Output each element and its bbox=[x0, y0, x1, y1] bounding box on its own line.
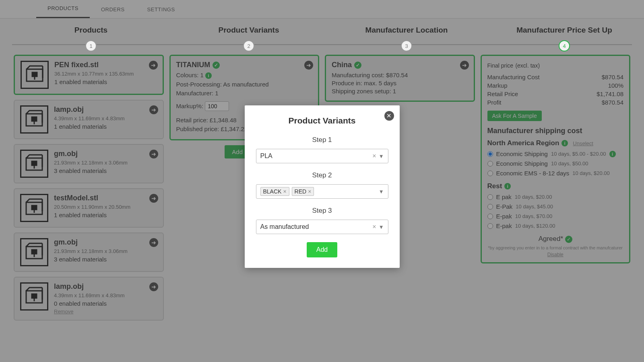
modal-step3-label: Step 3 bbox=[256, 207, 388, 215]
postprocess-select[interactable]: As manufactured ×▼ bbox=[256, 220, 388, 234]
modal-step2-label: Step 2 bbox=[256, 171, 388, 179]
close-icon[interactable]: ✕ bbox=[384, 111, 394, 121]
chevron-down-icon[interactable]: ▼ bbox=[379, 224, 384, 230]
chevron-down-icon[interactable]: ▼ bbox=[379, 189, 384, 195]
clear-icon[interactable]: × bbox=[370, 152, 378, 160]
add-button[interactable]: Add bbox=[307, 242, 337, 257]
material-select[interactable]: PLA ×▼ bbox=[256, 149, 388, 163]
clear-icon[interactable]: × bbox=[370, 223, 378, 230]
chip-remove-icon[interactable]: × bbox=[283, 188, 286, 195]
postprocess-value: As manufactured bbox=[260, 223, 309, 230]
modal-title: Product Variants bbox=[256, 116, 388, 125]
colour-chip[interactable]: RED × bbox=[292, 187, 314, 196]
step-2-circle: 2 bbox=[243, 40, 254, 51]
product-variants-modal: ✕ Product Variants Step 1 PLA ×▼ Step 2 … bbox=[245, 105, 400, 268]
modal-step1-label: Step 1 bbox=[256, 136, 388, 144]
material-value: PLA bbox=[260, 152, 272, 160]
modal-overlay: ✕ Product Variants Step 1 PLA ×▼ Step 2 … bbox=[0, 0, 644, 362]
chevron-down-icon[interactable]: ▼ bbox=[379, 153, 384, 159]
colour-select[interactable]: BLACK ×RED × ▼ bbox=[256, 184, 388, 199]
step-3-circle: 3 bbox=[401, 40, 412, 51]
step-1-circle: 1 bbox=[85, 40, 97, 51]
chip-remove-icon[interactable]: × bbox=[308, 188, 311, 195]
step-4-circle: 4 bbox=[559, 40, 570, 51]
colour-chip[interactable]: BLACK × bbox=[260, 187, 289, 196]
